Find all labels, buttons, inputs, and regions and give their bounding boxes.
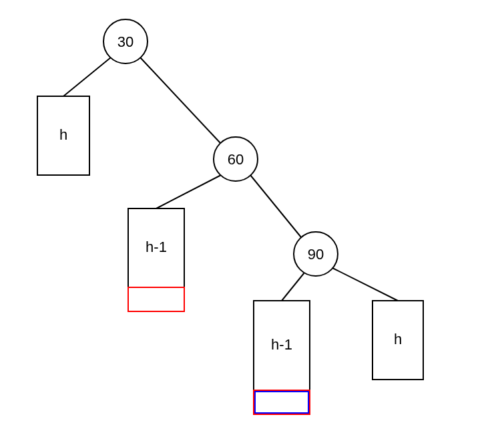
subtree-label-right-right: h [394,331,402,347]
node-label-mid: 60 [228,151,244,168]
red-rect-right-left [254,390,310,414]
edge-right-left [282,273,304,301]
edge-root-left [63,57,111,96]
edge-mid-left [156,175,221,208]
red-rect-mid-left [128,287,184,311]
subtree-label-left: h [59,126,67,143]
subtree-label-mid-left: h-1 [146,239,167,255]
edge-mid-right [250,175,301,237]
node-label-right: 90 [308,246,324,263]
node-label-root: 30 [117,33,134,50]
subtree-label-right-left: h-1 [271,336,292,353]
edge-root-right [140,57,220,143]
edge-right-right [332,268,398,301]
